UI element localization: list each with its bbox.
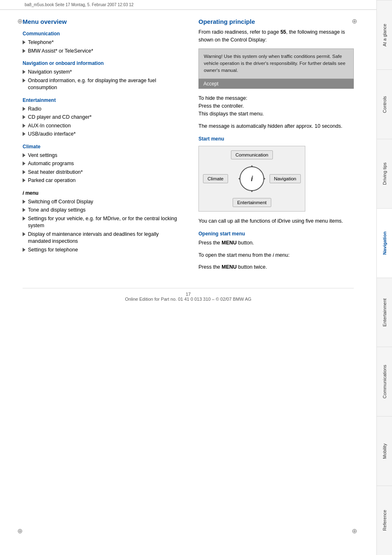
i-menu-title: i menu	[23, 190, 182, 196]
list-item: Seat heater distribution*	[23, 169, 182, 176]
communication-heading: Communication	[23, 31, 182, 37]
list-item: Tone and display settings	[23, 207, 182, 214]
list-item: Automatic programs	[23, 160, 182, 168]
navigation-onboard-heading: Navigation or onboard information	[23, 60, 182, 66]
sidebar-tab-driving-tips[interactable]: Driving tips	[377, 139, 392, 208]
list-item: Parked car operation	[23, 177, 182, 184]
bullet-triangle	[23, 70, 25, 74]
bullet-triangle	[23, 248, 25, 252]
list-item: Switching off Control Display	[23, 198, 182, 206]
menu-overview-title: Menu overview	[23, 18, 182, 25]
hide-message-text: To hide the message: Press the controlle…	[198, 94, 354, 118]
page-footer: 17 Online Edition for Part no. 01 41 0 0…	[23, 288, 354, 302]
sidebar-tab-mobility[interactable]: Mobility	[377, 416, 392, 486]
communication-list: Telephone* BMW Assist* or TeleService*	[23, 39, 182, 55]
start-menu-diagram: Communication Climate Navigation Enterta…	[198, 146, 305, 212]
i-menu-list: Switching off Control Display Tone and d…	[23, 198, 182, 254]
bullet-triangle	[23, 132, 25, 136]
bullet-triangle	[23, 216, 25, 221]
accept-bar: Accept	[198, 79, 354, 89]
warning-box: Warning! Use this system only when traff…	[198, 48, 354, 79]
page-number: 17	[186, 292, 191, 297]
start-menu-heading: Start menu	[198, 136, 354, 142]
sidebar-tab-reference[interactable]: Reference	[377, 486, 392, 555]
operating-principle-title: Operating principle	[198, 18, 354, 25]
diagram-communication-label: Communication	[231, 150, 273, 159]
corner-crosshair-br	[352, 527, 359, 534]
bullet-triangle	[23, 178, 25, 182]
list-item: Vent settings	[23, 152, 182, 159]
climate-list: Vent settings Automatic programs Seat he…	[23, 152, 182, 184]
bullet-triangle	[23, 208, 25, 212]
right-column: Operating principle From radio readiness…	[194, 18, 354, 276]
list-item: Radio	[23, 106, 182, 113]
left-column: Menu overview Communication Telephone* B…	[23, 18, 182, 276]
list-item: Onboard information, e.g. for displaying…	[23, 77, 182, 92]
list-item: AUX-In connection	[23, 122, 182, 130]
bullet-triangle	[23, 170, 25, 174]
footer-text: Online Edition for Part no. 01 41 0 013 …	[125, 297, 251, 302]
bullet-triangle	[23, 124, 25, 128]
list-item: BMW Assist* or TeleService*	[23, 48, 182, 55]
topbar-text: ba8_m5us.book Seite 17 Montag, 5. Februa…	[25, 2, 134, 7]
diagram-entertainment-label: Entertainment	[233, 198, 271, 207]
bullet-triangle	[23, 107, 25, 111]
intro-text: From radio readiness, refer to page 55, …	[198, 28, 354, 44]
sidebar-tab-communications[interactable]: Communications	[377, 347, 392, 416]
bullet-triangle	[23, 200, 25, 204]
opening-start-menu-heading: Opening start menu	[198, 231, 354, 237]
sidebar-tab-controls[interactable]: Controls	[377, 69, 392, 139]
sidebar-tab-entertainment[interactable]: Entertainment	[377, 278, 392, 347]
press-menu-twice-text: Press the MENU button twice.	[198, 263, 354, 271]
list-item: USB/audio interface*	[23, 131, 182, 138]
bullet-triangle	[23, 161, 25, 166]
auto-hide-text: The message is automatically hidden afte…	[198, 122, 354, 130]
top-bar: ba8_m5us.book Seite 17 Montag, 5. Februa…	[0, 0, 392, 10]
entertainment-list: Radio CD player and CD changer* AUX-In c…	[23, 106, 182, 138]
right-sidebar: At a glance Controls Driving tips Naviga…	[376, 0, 392, 555]
entertainment-heading: Entertainment	[23, 97, 182, 103]
diagram-climate-label: Climate	[203, 174, 228, 183]
sidebar-tab-navigation[interactable]: Navigation	[377, 208, 392, 278]
diagram-navigation-label: Navigation	[270, 174, 301, 183]
bullet-triangle	[23, 115, 25, 119]
list-item: Settings for your vehicle, e.g. for MDri…	[23, 215, 182, 230]
list-item: CD player and CD changer*	[23, 114, 182, 121]
list-item: Navigation system*	[23, 69, 182, 76]
list-item: Display of maintenance intervals and dea…	[23, 231, 182, 245]
bullet-triangle	[23, 49, 25, 53]
bullet-triangle	[23, 40, 25, 44]
list-item: Settings for telephone	[23, 246, 182, 254]
climate-heading: Climate	[23, 144, 182, 150]
corner-crosshair-bl	[17, 527, 25, 534]
sidebar-tab-at-a-glance[interactable]: At a glance	[377, 0, 392, 69]
bullet-triangle	[23, 153, 25, 157]
from-i-menu-text: To open the start menu from the i menu:	[198, 251, 354, 259]
list-item: Telephone*	[23, 39, 182, 46]
navigation-list: Navigation system* Onboard information, …	[23, 69, 182, 92]
bullet-triangle	[23, 232, 25, 236]
bullet-triangle	[23, 78, 25, 83]
main-content: Menu overview Communication Telephone* B…	[0, 10, 376, 318]
five-menu-items-caption: You can call up all the functions of iDr…	[198, 217, 354, 225]
diagram-center-icon: i	[240, 166, 264, 191]
press-menu-button-text: Press the MENU button.	[198, 239, 354, 247]
